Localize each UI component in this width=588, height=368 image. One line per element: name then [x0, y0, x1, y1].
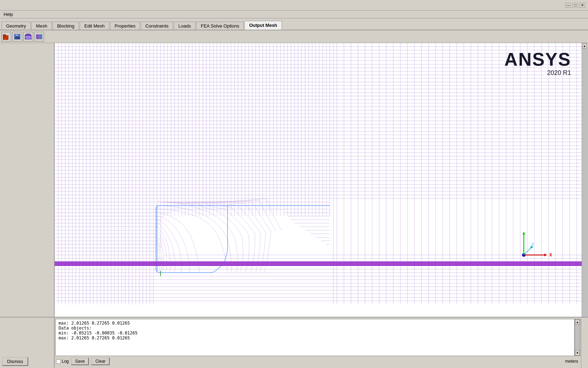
svg-rect-11: [36, 35, 39, 39]
console-line1: max: 2.01265 0.27265 0.01265: [59, 321, 571, 326]
title-bar: — □ ✕: [0, 0, 588, 11]
svg-rect-3: [15, 34, 18, 36]
tab-editmesh[interactable]: Edit Mesh: [80, 22, 109, 30]
console-scroll-track[interactable]: [575, 325, 580, 350]
scroll-up-button[interactable]: ▲: [582, 43, 587, 49]
window-controls: — □ ✕: [565, 3, 585, 8]
console-line3: min: -0.05215 -0.00035 -0.01265: [59, 331, 571, 336]
right-panel-bottom: [581, 317, 588, 368]
console-row: max: 2.01265 0.27265 0.01265 Data object…: [55, 319, 580, 356]
tab-geometry[interactable]: Geometry: [1, 22, 31, 30]
tab-properties[interactable]: Properties: [110, 22, 140, 30]
tab-blocking[interactable]: Blocking: [53, 22, 79, 30]
dismiss-area: Dismiss: [0, 317, 55, 368]
scroll-track[interactable]: [582, 49, 588, 362]
ansys-brand: ANSYS 2020 R1: [504, 50, 571, 77]
svg-rect-0: [3, 36, 8, 40]
tab-constraints[interactable]: Constraints: [141, 22, 173, 30]
console-scroll-up[interactable]: ▲: [575, 319, 580, 325]
toolbar-tabs: Geometry Mesh Blocking Edit Mesh Propert…: [0, 18, 588, 30]
dismiss-button[interactable]: Dismiss: [2, 357, 28, 366]
bottom-area: Dismiss max: 2.01265 0.27265 0.01265 Dat…: [0, 317, 588, 368]
minimize-button[interactable]: —: [565, 3, 571, 8]
tab-outputmesh[interactable]: Output Mesh: [244, 21, 281, 30]
save-icon[interactable]: [12, 32, 22, 42]
tab-mesh[interactable]: Mesh: [31, 22, 52, 30]
svg-rect-12: [40, 35, 42, 36]
svg-text:Z: Z: [532, 243, 534, 247]
console-scroll-down[interactable]: ▼: [575, 350, 580, 356]
tab-feasolve[interactable]: FEA Solve Options: [196, 22, 244, 30]
icon-toolbar: [0, 30, 588, 43]
console-buttons-row: Log Save Clear meters: [55, 356, 580, 367]
console-area: max: 2.01265 0.27265 0.01265 Data object…: [55, 317, 581, 368]
console-box[interactable]: max: 2.01265 0.27265 0.01265 Data object…: [55, 319, 575, 356]
log-checkbox[interactable]: [56, 359, 61, 364]
svg-rect-5: [25, 35, 31, 39]
ansys-title: ANSYS: [504, 50, 571, 69]
svg-rect-13: [40, 37, 42, 39]
svg-rect-1: [3, 35, 6, 36]
svg-marker-10: [25, 34, 31, 35]
ansys-version: 2020 R1: [504, 69, 571, 77]
menu-item-help[interactable]: Help: [1, 11, 15, 18]
settings-icon[interactable]: [34, 32, 44, 42]
console-line4: max: 2.01265 0.27265 0.01265: [59, 336, 571, 340]
menu-bar: Help: [0, 11, 588, 18]
save-button[interactable]: Save: [71, 357, 89, 365]
mesh-icon[interactable]: [23, 32, 33, 42]
open-icon[interactable]: [1, 32, 11, 42]
close-button[interactable]: ✕: [580, 3, 585, 8]
clear-button[interactable]: Clear: [91, 357, 110, 365]
left-panel-upper: [0, 43, 54, 325]
svg-text:X: X: [549, 253, 552, 257]
tab-loads[interactable]: Loads: [174, 22, 195, 30]
maximize-button[interactable]: □: [572, 3, 578, 8]
units-label: meters: [565, 359, 580, 364]
log-label: Log: [62, 359, 69, 364]
console-scrollbar: ▲ ▼: [575, 319, 580, 356]
console-line2: Data objects:: [59, 326, 571, 331]
log-checkbox-label: Log: [56, 359, 69, 364]
svg-rect-4: [15, 37, 19, 39]
svg-rect-218: [55, 261, 582, 266]
